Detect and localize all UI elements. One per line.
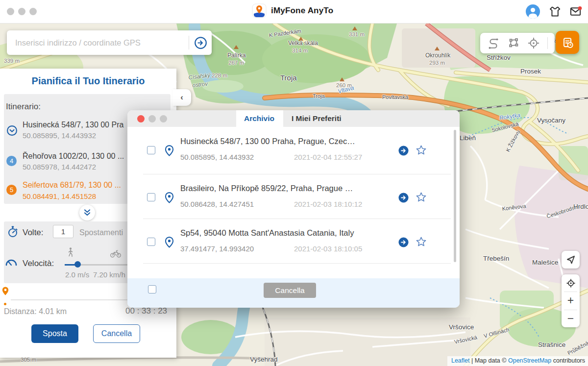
speed-slider-handle[interactable] <box>74 261 81 268</box>
location-pin-icon <box>164 192 175 204</box>
history-row[interactable]: Brasileiro, Na Příkopě 859/22, Praha, Pr… <box>127 174 460 221</box>
tab-preferiti[interactable]: I Miei Preferiti <box>292 114 342 123</box>
multi-spot-route-icon[interactable] <box>507 37 520 49</box>
history-row[interactable]: Husinecká 548/7, 130 00 Praha, Prague, C… <box>127 127 460 174</box>
tab-archivio[interactable]: Archivio <box>244 114 274 123</box>
traffic-light-minimize[interactable] <box>18 8 25 15</box>
map-label: Malešice <box>532 259 558 266</box>
progress-start-dot <box>4 303 6 305</box>
map-label: Střížkov <box>487 54 511 61</box>
history-row[interactable]: Sp54, 95040 Motta Sant'Anastasia Catania… <box>127 219 460 266</box>
collapse-panel-button[interactable]: ‹ <box>172 89 191 106</box>
favorite-star-icon[interactable] <box>416 145 427 156</box>
traffic-light-close[interactable] <box>7 8 14 15</box>
leaflet-link[interactable]: Leaflet <box>451 357 470 364</box>
messages-icon[interactable] <box>569 5 582 18</box>
location-pin-icon <box>164 145 175 157</box>
distance-label: Distanza: 4.01 km <box>4 307 67 316</box>
row-timestamp: 2021-02-04 12:55:27 <box>294 153 362 161</box>
map-label: 228 m <box>212 73 227 78</box>
select-all-checkbox[interactable] <box>148 285 156 293</box>
row-coords: 37.491477, 14.993420 <box>180 244 254 253</box>
zoom-in-button[interactable]: + <box>562 292 580 309</box>
row-checkbox[interactable] <box>147 146 155 154</box>
map-label: Velká skála <box>288 40 318 47</box>
title-bar: iMyFone AnyTo <box>0 0 588 24</box>
zoom-out-button[interactable]: − <box>562 310 580 327</box>
go-to-location-button[interactable] <box>398 192 409 203</box>
search-go-button[interactable] <box>189 36 212 49</box>
map-attribution: Leaflet | Map data © OpenStreetMap contr… <box>447 356 588 366</box>
traffic-light-zoom[interactable] <box>29 8 37 15</box>
dialog-zoom-button[interactable] <box>160 115 167 122</box>
navigation-button[interactable] <box>562 251 580 268</box>
volte-input[interactable] <box>53 225 74 238</box>
dialog-close-button[interactable] <box>137 115 145 122</box>
row-address: Husinecká 548/7, 130 00 Praha, Prague, C… <box>180 137 355 146</box>
volte-label: Volte: <box>23 228 44 238</box>
itinerary-address: Řehořova 1002/20, 130 00 ... <box>23 152 124 161</box>
teleport-mode-icon[interactable] <box>527 37 540 49</box>
openstreetmap-link[interactable]: OpenStreetMap <box>508 357 551 364</box>
itinerary-coords: 50.084491, 14.451528 <box>23 192 96 200</box>
panel-title: Pianifica il Tuo Itinerario <box>0 75 176 87</box>
itinerary-label: Itinerario: <box>6 102 41 112</box>
itinerary-point-icon <box>6 125 18 136</box>
locate-button[interactable] <box>562 274 580 292</box>
app-title: iMyFone AnyTo <box>271 6 333 16</box>
speed-ms-value: 2.0 m/s <box>65 270 89 279</box>
itinerary-address: Husinecká 548/7, 130 00 Pra <box>23 121 123 129</box>
map-label: Hrdlo <box>573 203 588 210</box>
itinerary-address: Seifertova 681/79, 130 00 ... <box>23 181 121 190</box>
speed-kmh-value: 7.20 km/h <box>93 270 125 279</box>
search-input[interactable] <box>7 38 189 48</box>
row-checkbox[interactable] <box>147 238 155 246</box>
favorite-star-icon[interactable] <box>416 236 427 247</box>
map-label: Palírka <box>227 52 245 59</box>
walking-icon <box>66 247 75 258</box>
attribution-separator: | <box>469 357 474 364</box>
bicycle-icon <box>110 249 122 258</box>
row-coords: 50.086428, 14.427451 <box>180 200 254 208</box>
row-address: Sp54, 95040 Motta Sant'Anastasia Catania… <box>180 228 354 238</box>
toolbar-divider <box>547 37 548 49</box>
dialog-footer: Cancella <box>127 278 460 308</box>
expand-itinerary-button[interactable] <box>79 205 95 220</box>
attribution-suffix: contributors <box>551 357 585 364</box>
map-label: 331 m <box>349 31 365 37</box>
stopwatch-icon <box>7 225 19 238</box>
row-divider <box>143 263 451 264</box>
row-timestamp: 2021-02-03 18:10:05 <box>294 244 362 253</box>
volte-unit-label: Spostamenti <box>79 228 123 237</box>
map-label: Troja <box>280 73 297 82</box>
map-label: Libeň <box>460 134 476 142</box>
double-chevron-down-icon <box>83 208 92 217</box>
map-label: Vyšehrad <box>250 356 278 363</box>
map-label: Třebešín <box>483 255 509 262</box>
go-to-location-button[interactable] <box>398 145 409 156</box>
move-button[interactable]: Sposta <box>31 324 78 343</box>
dialog-scrollbar[interactable] <box>454 130 456 262</box>
speedometer-icon <box>5 257 18 267</box>
delete-selected-button[interactable]: Cancella <box>264 283 316 298</box>
row-coords: 50.085895, 14.443932 <box>180 153 254 161</box>
search-bar <box>7 30 212 55</box>
go-to-location-button[interactable] <box>398 237 409 248</box>
map-label: Troja <box>313 93 325 99</box>
favorite-star-icon[interactable] <box>416 192 427 203</box>
history-records-button[interactable] <box>556 31 579 54</box>
app-logo-icon <box>252 3 267 18</box>
account-avatar-icon[interactable] <box>526 4 540 19</box>
row-checkbox[interactable] <box>147 193 155 201</box>
two-spot-route-icon[interactable] <box>487 37 500 49</box>
row-address: Brasileiro, Na Příkopě 859/22, Praha, Pr… <box>180 184 353 193</box>
dialog-minimize-button[interactable] <box>148 115 156 122</box>
timer-value: 00 : 33 : 23 <box>125 306 167 316</box>
map-label: Vršovice <box>449 323 474 331</box>
theme-skin-icon[interactable] <box>548 5 561 18</box>
itinerary-coords: 50.085978, 14.442472 <box>23 163 96 171</box>
cancel-button[interactable]: Cancella <box>93 324 140 343</box>
map-label: Prosek <box>520 68 541 75</box>
itinerary-badge: 5 <box>6 185 17 195</box>
dialog-header: Archivio I Miei Preferiti <box>127 110 460 127</box>
